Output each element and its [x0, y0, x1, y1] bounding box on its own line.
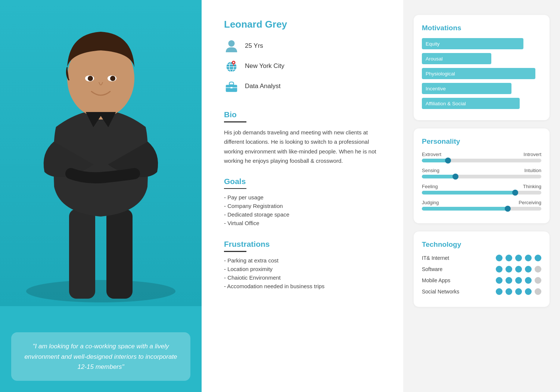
tech-dot: [515, 255, 522, 261]
personality-right-label: Intuition: [524, 168, 541, 173]
bio-divider: [224, 121, 246, 122]
goals-list: - Pay per usage- Company Registration- D…: [224, 194, 385, 228]
tech-dot: [496, 288, 503, 295]
tech-dot: [505, 255, 512, 261]
age-text: 25 Yrs: [245, 42, 263, 50]
job-text: Data Analyst: [245, 83, 280, 90]
technology-row: Software: [422, 266, 541, 273]
frustrations-divider: [224, 251, 246, 252]
personality-track: [422, 191, 541, 195]
tech-label: Mobile Apps: [422, 277, 467, 283]
personality-track: [422, 207, 541, 211]
motivation-bar: Affiliation & Social: [422, 98, 520, 109]
motivation-bar-label: Arousal: [426, 56, 443, 62]
motivation-bar-label: Affiliation & Social: [426, 101, 466, 106]
person-icon: [224, 38, 239, 53]
location-text: New York City: [245, 62, 284, 70]
personality-left-label: Sensing: [422, 168, 439, 173]
motivation-bar-row: Physiological: [422, 68, 541, 79]
goal-item: - Company Registration: [224, 203, 385, 209]
motivations-bars: Equity Arousal Physiological Incentive A…: [422, 38, 541, 109]
motivations-title: Motivations: [422, 24, 541, 32]
personality-labels: Extrovert Introvert: [422, 152, 541, 157]
motivation-bar: Arousal: [422, 53, 491, 64]
tech-label: IT& Internet: [422, 255, 467, 261]
goals-title: Goals: [224, 177, 385, 186]
tech-dot: [496, 266, 503, 273]
personality-row: Sensing Intuition: [422, 168, 541, 178]
personality-track: [422, 159, 541, 162]
motivations-card: Motivations Equity Arousal Physiological…: [414, 15, 550, 120]
motivation-bar-row: Affiliation & Social: [422, 98, 541, 109]
personality-thumb: [452, 174, 458, 180]
tech-label: Software: [422, 266, 467, 272]
svg-rect-2: [106, 209, 133, 299]
tech-dots: [496, 255, 541, 261]
tech-dot: [525, 277, 532, 284]
personality-card: Personality Extrovert Introvert Sensing …: [414, 128, 550, 223]
center-panel: Leonard Grey 25 Yrs New York: [202, 0, 403, 392]
tech-dot: [515, 277, 522, 284]
technology-rows: IT& Internet Software Mobile Apps Social…: [422, 255, 541, 295]
svg-point-0: [26, 280, 175, 302]
frustrations-title: Frustrations: [224, 240, 385, 249]
technology-row: Social Networks: [422, 288, 541, 295]
personality-fill: [422, 159, 448, 162]
motivation-bar: Equity: [422, 38, 523, 49]
tech-dots: [496, 288, 541, 295]
personality-left-label: Feeling: [422, 184, 438, 189]
job-row: Data Analyst: [224, 79, 385, 94]
svg-point-7: [88, 76, 93, 81]
tech-dot: [525, 255, 532, 261]
globe-icon: [224, 59, 239, 74]
frustration-item: - Chaiotic Environment: [224, 274, 385, 281]
frustration-item: - Accomodation needed in business trips: [224, 283, 385, 289]
frustrations-list: - Parking at extra cost- Location proxim…: [224, 257, 385, 292]
briefcase-icon: [224, 79, 239, 94]
personality-labels: Judging Perceiving: [422, 200, 541, 205]
svg-rect-19: [230, 87, 233, 88]
motivation-bar-row: Equity: [422, 38, 541, 49]
personality-track: [422, 175, 541, 178]
tech-dot: [505, 288, 512, 295]
goals-divider: [224, 188, 246, 189]
tech-dot: [525, 266, 532, 273]
personality-thumb: [512, 190, 518, 196]
personality-rows: Extrovert Introvert Sensing Intuition Fe…: [422, 152, 541, 211]
tech-label: Social Networks: [422, 289, 467, 295]
svg-point-8: [110, 76, 115, 81]
personality-fill: [422, 191, 515, 195]
svg-point-9: [228, 40, 234, 47]
motivation-bar-label: Equity: [426, 41, 440, 47]
personality-right-label: Perceiving: [519, 200, 541, 205]
tech-dot: [535, 255, 541, 261]
motivation-bar-label: Incentive: [426, 86, 446, 91]
technology-card: Technology IT& Internet Software Mobile …: [414, 231, 550, 307]
tech-dot: [525, 288, 532, 295]
goal-item: - Dedicated storage space: [224, 211, 385, 218]
tech-dot: [515, 288, 522, 295]
personality-thumb: [445, 158, 451, 164]
photo-area: [0, 0, 202, 306]
motivation-bar-row: Incentive: [422, 83, 541, 94]
personality-row: Feeling Thinking: [422, 184, 541, 195]
tech-dot: [496, 277, 503, 284]
right-panel: Motivations Equity Arousal Physiological…: [403, 0, 560, 392]
frustration-item: - Parking at extra cost: [224, 257, 385, 264]
technology-title: Technology: [422, 240, 541, 249]
personality-fill: [422, 175, 455, 178]
bio-title: Bio: [224, 110, 385, 119]
goal-item: - Pay per usage: [224, 194, 385, 200]
svg-rect-1: [69, 209, 95, 299]
person-silhouette: [11, 0, 190, 306]
personality-row: Extrovert Introvert: [422, 152, 541, 162]
personality-title: Personality: [422, 137, 541, 146]
personality-left-label: Judging: [422, 200, 439, 205]
tech-dots: [496, 266, 541, 273]
quote-text: "I am looking for a co-working space wit…: [24, 343, 177, 370]
tech-dot: [515, 266, 522, 273]
personality-thumb: [505, 206, 511, 212]
tech-dot: [505, 277, 512, 284]
person-name: Leonard Grey: [224, 19, 385, 30]
personality-fill: [422, 207, 508, 211]
